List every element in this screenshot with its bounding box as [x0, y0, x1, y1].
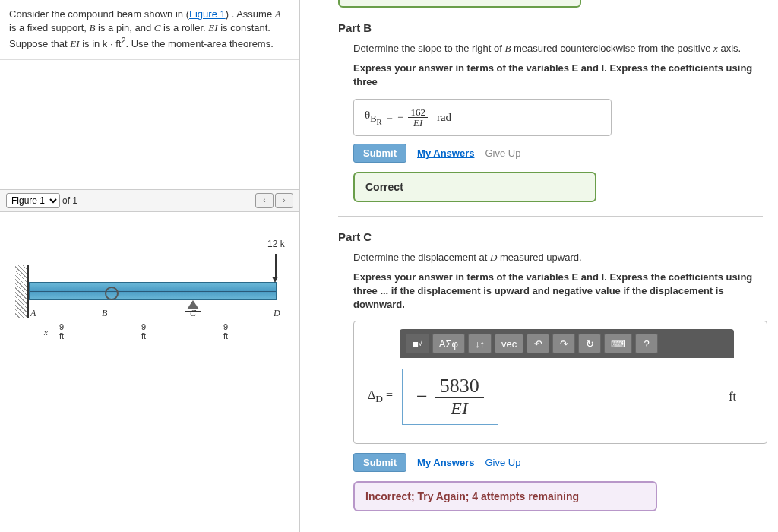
figure-link[interactable]: Figure 1	[189, 8, 226, 20]
part-b-correct-feedback: Correct	[353, 172, 596, 202]
part-b-submit-button[interactable]: Submit	[353, 144, 406, 163]
part-b-answer-display: θBR = − 162EI rad	[353, 99, 612, 136]
figure-next-button[interactable]: ›	[275, 193, 293, 208]
figure-of-label: of 1	[62, 195, 77, 206]
tool-template-icon[interactable]: ■√	[406, 334, 429, 353]
part-c-express: Express your answer in terms of the vari…	[353, 271, 763, 312]
part-b-giveup[interactable]: Give Up	[485, 147, 520, 159]
tool-greek-icon[interactable]: ΑΣφ	[432, 334, 465, 353]
figure-diagram: 12 k A B C D x 9 ft 9 ft 9 ft	[0, 212, 299, 425]
tool-undo-icon[interactable]: ↶	[527, 334, 549, 353]
figure-prev-button[interactable]: ‹	[255, 193, 274, 208]
math-toolbar: ■√ ΑΣφ ↓↑ vec ↶ ↷ ↻ ⌨ ?	[400, 329, 734, 358]
part-c-incorrect-feedback: Incorrect; Try Again; 4 attempts remaini…	[353, 481, 657, 511]
figure-header: Figure 1 of 1 ‹ ›	[0, 189, 299, 212]
tool-subscript-icon[interactable]: ↓↑	[468, 334, 492, 353]
part-c-instruction: Determine the displacement at D measured…	[353, 251, 763, 264]
part-c-answer-input[interactable]: − 5830EI	[402, 369, 498, 425]
figure-select[interactable]: Figure 1	[6, 193, 60, 208]
part-b-express: Express your answer in terms of the vari…	[353, 62, 763, 89]
part-b-title: Part B	[338, 21, 763, 34]
tool-keyboard-icon[interactable]: ⌨	[604, 334, 632, 353]
part-c-giveup-link[interactable]: Give Up	[485, 457, 520, 468]
part-c-submit-button[interactable]: Submit	[353, 453, 406, 472]
part-c-unit: ft	[729, 390, 736, 404]
tool-redo-icon[interactable]: ↷	[552, 334, 575, 353]
problem-statement: Consider the compound beam shown in (Fig…	[0, 0, 299, 60]
tool-vec-button[interactable]: vec	[495, 334, 523, 353]
part-b-my-answers-link[interactable]: My Answers	[417, 147, 474, 159]
tool-help-icon[interactable]: ?	[635, 334, 658, 353]
tool-reset-icon[interactable]: ↻	[578, 334, 601, 353]
part-c-title: Part C	[338, 230, 763, 243]
correct-feedback-top	[338, 0, 581, 8]
part-c-my-answers-link[interactable]: My Answers	[417, 457, 474, 468]
part-b-instruction: Determine the slope to the right of B me…	[353, 42, 763, 55]
